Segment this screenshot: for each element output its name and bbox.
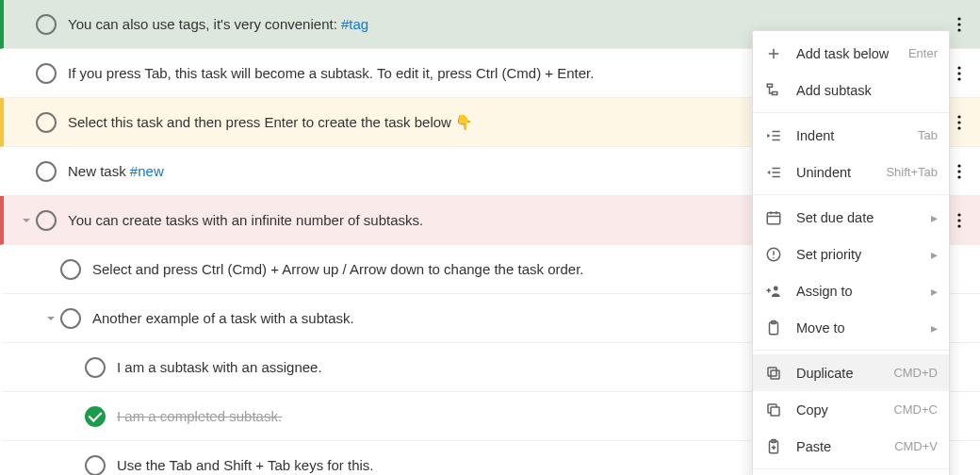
task-checkbox[interactable]	[85, 455, 106, 476]
svg-point-14	[957, 224, 960, 227]
indent-icon	[764, 126, 783, 145]
svg-rect-25	[767, 212, 780, 223]
context-menu: Add task belowEnterAdd subtaskIndentTabU…	[752, 30, 950, 475]
menu-item-label: Set due date	[796, 210, 925, 225]
more-options-icon[interactable]	[948, 160, 971, 183]
menu-item-duplicate[interactable]: DuplicateCMD+D	[753, 354, 949, 391]
menu-shortcut: Tab	[918, 128, 938, 142]
chevron-right-icon: ▸	[931, 284, 938, 299]
menu-item-unindent[interactable]: UnindentShift+Tab	[753, 154, 949, 190]
more-options-icon[interactable]	[948, 209, 971, 232]
svg-point-0	[957, 17, 960, 20]
menu-separator	[753, 194, 949, 195]
chevron-right-icon: ▸	[931, 247, 938, 262]
unindent-icon	[764, 163, 783, 182]
assign-icon	[764, 282, 783, 301]
menu-item-label: Move to	[796, 320, 925, 336]
menu-separator	[753, 468, 949, 469]
task-checkbox[interactable]	[36, 210, 57, 231]
task-checkbox[interactable]	[36, 112, 57, 133]
task-checkbox[interactable]	[60, 308, 81, 329]
menu-shortcut: Enter	[908, 46, 938, 60]
svg-rect-18	[773, 91, 777, 94]
svg-point-8	[957, 126, 960, 129]
tag[interactable]: #new	[130, 163, 164, 179]
svg-point-6	[957, 115, 960, 118]
menu-item-label: Add subtask	[796, 83, 938, 98]
copy-icon	[764, 401, 783, 419]
svg-point-31	[773, 256, 775, 258]
svg-point-3	[957, 66, 960, 69]
clipboard-icon	[764, 319, 783, 337]
svg-rect-39	[771, 407, 779, 416]
calendar-icon	[764, 208, 783, 227]
menu-item-label: Add task below	[796, 46, 908, 61]
task-checkbox[interactable]	[36, 63, 57, 84]
menu-shortcut: Shift+Tab	[886, 165, 938, 179]
svg-point-7	[957, 121, 960, 123]
paste-icon	[764, 437, 783, 456]
svg-rect-17	[767, 84, 772, 87]
task-checkbox[interactable]	[85, 406, 106, 427]
caret-down-icon[interactable]	[41, 314, 60, 323]
menu-separator	[753, 112, 949, 113]
svg-point-32	[774, 286, 778, 290]
menu-item-label: Indent	[796, 128, 918, 143]
chevron-right-icon: ▸	[931, 320, 938, 336]
menu-item-move-to[interactable]: Move to▸	[753, 309, 949, 346]
menu-item-paste[interactable]: PasteCMD+V	[753, 428, 949, 465]
more-options-icon[interactable]	[948, 62, 971, 85]
svg-point-1	[957, 23, 960, 25]
menu-item-label: Duplicate	[796, 366, 893, 381]
svg-point-5	[957, 77, 960, 80]
svg-point-4	[957, 72, 960, 74]
menu-separator	[753, 350, 949, 351]
svg-point-2	[957, 28, 960, 31]
svg-point-10	[957, 170, 960, 172]
task-checkbox[interactable]	[36, 161, 57, 182]
chevron-right-icon: ▸	[931, 210, 938, 225]
menu-item-label: Set priority	[796, 247, 925, 262]
menu-shortcut: CMD+C	[893, 402, 938, 417]
menu-item-add-task-below[interactable]: Add task belowEnter	[753, 35, 949, 72]
menu-item-indent[interactable]: IndentTab	[753, 117, 949, 154]
task-checkbox[interactable]	[60, 259, 81, 280]
add-subtask-icon	[764, 81, 783, 100]
svg-point-13	[957, 219, 960, 221]
plus-icon	[764, 44, 783, 63]
menu-item-assign-to[interactable]: Assign to▸	[753, 272, 949, 309]
duplicate-icon	[764, 364, 783, 383]
more-options-icon[interactable]	[948, 111, 971, 134]
svg-rect-37	[768, 368, 776, 376]
svg-point-9	[957, 164, 960, 167]
caret-down-icon[interactable]	[17, 216, 36, 225]
menu-shortcut: CMD+D	[893, 366, 938, 380]
menu-item-set-priority[interactable]: Set priority▸	[753, 236, 949, 272]
menu-item-set-due-date[interactable]: Set due date▸	[753, 199, 949, 236]
task-checkbox[interactable]	[36, 14, 57, 35]
menu-item-label: Copy	[796, 402, 893, 418]
menu-item-add-subtask[interactable]: Add subtask	[753, 72, 949, 108]
menu-item-label: Paste	[796, 439, 894, 454]
svg-point-11	[957, 175, 960, 178]
menu-item-label: Unindent	[796, 165, 886, 180]
menu-item-copy[interactable]: CopyCMD+C	[753, 391, 949, 428]
menu-shortcut: CMD+V	[894, 439, 938, 453]
more-options-icon[interactable]	[948, 13, 971, 36]
task-checkbox[interactable]	[85, 357, 106, 378]
tag[interactable]: #tag	[341, 16, 368, 32]
svg-point-12	[957, 213, 960, 216]
menu-item-label: Assign to	[796, 284, 925, 299]
priority-icon	[764, 245, 783, 264]
svg-rect-38	[771, 370, 779, 379]
